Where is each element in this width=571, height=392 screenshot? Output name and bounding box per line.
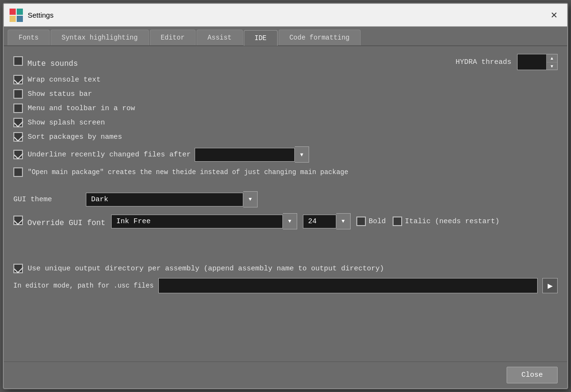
open-main-package-label[interactable]: "Open main package" creates the new thei… [13,167,348,177]
close-dialog-button[interactable]: Close [507,367,558,383]
show-status-bar-label[interactable]: Show status bar [13,89,92,99]
dialog-footer: Close [4,361,567,388]
svg-rect-0 [10,9,16,15]
unique-output-row: Use unique output directory per assembly… [13,264,558,273]
override-font-checkbox[interactable] [13,216,23,225]
bold-checkbox[interactable] [356,217,366,226]
menu-toolbar-row: Menu and toolbar in a row [13,103,558,113]
unique-output-label[interactable]: Use unique output directory per assembly… [13,264,384,273]
underline-files-label[interactable]: Underline recently changed files after [13,150,191,159]
unique-output-checkbox[interactable] [13,264,23,273]
underline-files-row: Underline recently changed files after 0… [13,146,558,163]
show-splash-label[interactable]: Show splash screen [13,118,105,127]
app-icon [10,9,23,22]
sort-packages-label[interactable]: Sort packages by names [13,132,122,142]
bold-label[interactable]: Bold [356,217,386,226]
mute-sounds-checkbox[interactable] [13,56,23,66]
gui-theme-label: GUI theme [13,196,80,204]
override-font-label[interactable]: Override GUI font [13,216,105,227]
tab-syntax[interactable]: Syntax highlighting [51,30,149,45]
font-dropdown-arrow[interactable]: ▼ [283,213,297,229]
wrap-console-checkbox[interactable] [13,75,23,84]
gui-theme-select-group: Dark ▼ [86,191,258,207]
svg-rect-1 [17,9,23,15]
hydra-increment-button[interactable]: ▲ [547,54,557,62]
font-size-dropdown-arrow[interactable]: ▼ [336,213,351,229]
open-main-package-checkbox[interactable] [13,167,23,177]
mute-hydra-row: Mute sounds HYDRA threads 16 ▲ ▼ [13,54,558,70]
show-status-bar-row: Show status bar [13,89,558,99]
gui-theme-select[interactable]: Dark [86,193,243,206]
settings-dialog: Settings ✕ Fonts Syntax highlighting Edi… [3,3,568,389]
gui-theme-row: GUI theme Dark ▼ [13,191,558,207]
hydra-label: HYDRA threads [456,58,511,66]
window-title: Settings [28,11,53,19]
sort-packages-checkbox[interactable] [13,132,23,142]
tab-ide[interactable]: IDE [244,30,278,46]
window-close-button[interactable]: ✕ [546,8,561,23]
font-select-group: Ink Free ▼ [111,213,297,229]
tab-editor[interactable]: Editor [150,30,196,45]
italic-label[interactable]: Italic (needs restart) [393,217,499,226]
path-browse-button[interactable]: ▶ [542,278,558,293]
wrap-console-row: Wrap console text [13,75,558,84]
svg-rect-2 [10,16,16,22]
hydra-threads-input-group: 16 ▲ ▼ [517,54,558,70]
hydra-decrement-button[interactable]: ▼ [547,62,557,70]
font-size-select-group: 24 ▼ [303,213,351,229]
tab-bar: Fonts Syntax highlighting Editor Assist … [4,27,567,46]
font-size-select[interactable]: 24 [303,215,336,228]
hydra-threads-input[interactable]: 16 [518,54,546,70]
title-bar: Settings ✕ [4,4,567,27]
show-splash-row: Show splash screen [13,118,558,127]
open-main-package-row: "Open main package" creates the new thei… [13,167,558,177]
font-select[interactable]: Ink Free [111,215,283,228]
hydra-row: HYDRA threads 16 ▲ ▼ [456,54,558,70]
hydra-spinner: ▲ ▼ [546,54,557,70]
bold-italic-group: Bold Italic (needs restart) [356,217,499,226]
tab-fonts[interactable]: Fonts [8,30,50,45]
show-status-bar-checkbox[interactable] [13,89,23,99]
path-label: In editor mode, path for .usc files [13,282,154,289]
wrap-console-label[interactable]: Wrap console text [13,75,101,84]
path-input[interactable] [158,278,538,293]
menu-toolbar-label[interactable]: Menu and toolbar in a row [13,103,135,113]
divider-1 [13,182,558,191]
title-bar-left: Settings [10,9,53,22]
date-dropdown-button[interactable]: ▼ [295,146,309,163]
mute-sounds-label[interactable]: Mute sounds [13,56,78,68]
tab-assist[interactable]: Assist [197,30,242,45]
underline-files-checkbox[interactable] [13,150,23,159]
menu-toolbar-checkbox[interactable] [13,103,23,113]
show-splash-checkbox[interactable] [13,118,23,127]
tab-code-formatting[interactable]: Code formatting [279,30,361,45]
svg-rect-3 [17,16,23,22]
gui-theme-dropdown-arrow[interactable]: ▼ [243,191,258,207]
date-select-group: 03/08/2020 ▼ [195,146,309,163]
settings-content: Mute sounds HYDRA threads 16 ▲ ▼ Wrap co… [4,46,567,361]
date-input[interactable]: 03/08/2020 [195,148,295,162]
sort-packages-row: Sort packages by names [13,132,558,142]
path-row: In editor mode, path for .usc files ▶ [13,278,558,293]
spacer-1 [13,235,558,259]
bottom-section: Use unique output directory per assembly… [13,264,558,293]
override-font-row: Override GUI font Ink Free ▼ 24 ▼ Bold [13,213,558,229]
italic-checkbox[interactable] [393,217,402,226]
